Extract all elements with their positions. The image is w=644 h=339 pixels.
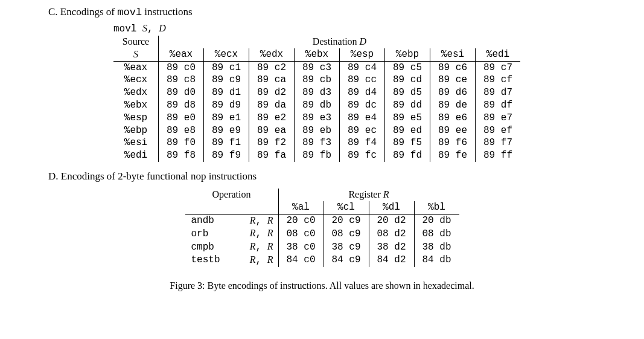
encoding-cell: 38 c9 bbox=[324, 241, 369, 254]
operation-blank bbox=[185, 201, 279, 214]
encoding-cell: 89 f5 bbox=[385, 137, 430, 149]
dest-reg-header: %ebp bbox=[385, 48, 430, 61]
encoding-cell: 89 c0 bbox=[159, 61, 204, 74]
register-label-r: R bbox=[383, 189, 389, 199]
source-reg-cell: %edi bbox=[113, 149, 159, 162]
source-reg-cell: %esp bbox=[113, 112, 159, 124]
encoding-cell: 89 e8 bbox=[159, 124, 204, 137]
dest-reg-header: %ecx bbox=[204, 48, 249, 61]
encoding-cell: 89 e3 bbox=[295, 112, 340, 124]
encoding-cell: 89 cb bbox=[295, 74, 340, 86]
section-c-heading-mono: movl bbox=[117, 7, 142, 18]
encoding-cell: 89 e5 bbox=[385, 112, 430, 124]
dest-reg-header: %eax bbox=[159, 48, 204, 61]
encoding-cell: 89 f0 bbox=[159, 137, 204, 149]
encoding-cell: 89 e7 bbox=[476, 112, 521, 124]
encoding-cell: 89 ea bbox=[249, 124, 295, 137]
encoding-cell: 89 fd bbox=[385, 149, 430, 162]
reg-col-header: %bl bbox=[414, 201, 459, 214]
encoding-cell: 89 eb bbox=[295, 124, 340, 137]
encoding-cell: 89 e2 bbox=[249, 112, 295, 124]
reg-col-header: %dl bbox=[369, 201, 414, 214]
operation-name-cell: orb bbox=[185, 227, 232, 241]
encoding-cell: 89 fa bbox=[249, 149, 295, 162]
operation-args-cell: R, R bbox=[232, 241, 279, 254]
source-reg-cell: %eax bbox=[113, 61, 159, 74]
encoding-cell: 89 cc bbox=[340, 74, 385, 86]
encoding-cell: 84 c0 bbox=[278, 254, 324, 267]
dest-reg-header: %edx bbox=[249, 48, 295, 61]
encoding-cell: 89 cd bbox=[385, 74, 430, 86]
destination-header: Destination D bbox=[159, 36, 521, 48]
movl-keyword: movl bbox=[113, 24, 142, 34]
operation-name-cell: cmpb bbox=[185, 241, 232, 254]
movl-arg-s: S bbox=[142, 23, 147, 33]
encoding-cell: 89 f3 bbox=[295, 137, 340, 149]
encoding-cell: 89 d6 bbox=[430, 86, 476, 99]
source-reg-cell: %ebp bbox=[113, 124, 159, 137]
encoding-cell: 89 d3 bbox=[295, 86, 340, 99]
encoding-cell: 89 ca bbox=[249, 74, 295, 86]
encoding-cell: 89 df bbox=[476, 99, 521, 112]
encoding-cell: 89 e1 bbox=[204, 112, 249, 124]
table-row: %ebx89 d889 d989 da89 db89 dc89 dd89 de8… bbox=[113, 99, 520, 112]
destination-label-d: D bbox=[360, 36, 367, 47]
encoding-cell: 89 f8 bbox=[159, 149, 204, 162]
encoding-cell: 89 de bbox=[430, 99, 476, 112]
encoding-cell: 20 db bbox=[414, 214, 459, 227]
encoding-cell: 08 c9 bbox=[324, 227, 369, 241]
movl-arg-d: D bbox=[159, 23, 166, 33]
table-row: %esi89 f089 f189 f289 f389 f489 f589 f68… bbox=[113, 137, 520, 149]
encoding-cell: 20 c9 bbox=[324, 214, 369, 227]
encoding-cell: 08 c0 bbox=[278, 227, 324, 241]
encoding-cell: 89 d0 bbox=[159, 86, 204, 99]
encoding-cell: 89 ec bbox=[340, 124, 385, 137]
encoding-cell: 89 e6 bbox=[430, 112, 476, 124]
encoding-cell: 89 d1 bbox=[204, 86, 249, 99]
section-c-heading-prefix: C. Encodings of bbox=[48, 6, 117, 18]
encoding-cell: 89 d5 bbox=[385, 86, 430, 99]
encoding-cell: 20 c0 bbox=[278, 214, 324, 227]
encoding-cell: 89 c7 bbox=[476, 61, 521, 74]
table-row: andbR, R20 c020 c920 d220 db bbox=[185, 214, 459, 227]
section-c-heading: C. Encodings of movl instructions bbox=[12, 6, 632, 18]
register-label-prefix: Register bbox=[348, 189, 383, 199]
encoding-cell: 89 fc bbox=[340, 149, 385, 162]
reg-col-header: %al bbox=[278, 201, 324, 214]
encoding-cell: 20 d2 bbox=[369, 214, 414, 227]
figure-caption: Figure 3: Byte encodings of instructions… bbox=[12, 280, 632, 291]
encoding-cell: 89 c1 bbox=[204, 61, 249, 74]
encoding-cell: 89 dd bbox=[385, 99, 430, 112]
table-row: %eax89 c089 c189 c289 c389 c489 c589 c68… bbox=[113, 61, 520, 74]
encoding-cell: 89 fe bbox=[430, 149, 476, 162]
encoding-cell: 89 db bbox=[295, 99, 340, 112]
encoding-cell: 89 ed bbox=[385, 124, 430, 137]
encoding-cell: 89 c2 bbox=[249, 61, 295, 74]
encoding-cell: 89 d4 bbox=[340, 86, 385, 99]
encoding-cell: 84 c9 bbox=[324, 254, 369, 267]
table-row: testbR, R84 c084 c984 d284 db bbox=[185, 254, 459, 267]
table-row: %ebp89 e889 e989 ea89 eb89 ec89 ed89 ee8… bbox=[113, 124, 520, 137]
section-d-heading: D. Encodings of 2-byte functional nop in… bbox=[12, 170, 632, 182]
table-row: orbR, R08 c008 c908 d208 db bbox=[185, 227, 459, 241]
source-s-label: S bbox=[113, 48, 159, 61]
movl-encoding-table: Source Destination D S %eax %ecx %edx %e… bbox=[113, 36, 520, 162]
encoding-cell: 89 c6 bbox=[430, 61, 476, 74]
encoding-cell: 89 ef bbox=[476, 124, 521, 137]
encoding-cell: 89 c3 bbox=[295, 61, 340, 74]
source-reg-cell: %esi bbox=[113, 137, 159, 149]
movl-syntax-line: movl S, D bbox=[12, 23, 632, 34]
encoding-cell: 89 e4 bbox=[340, 112, 385, 124]
encoding-cell: 89 c8 bbox=[159, 74, 204, 86]
encoding-cell: 89 cf bbox=[476, 74, 521, 86]
encoding-cell: 89 e9 bbox=[204, 124, 249, 137]
encoding-cell: 38 d2 bbox=[369, 241, 414, 254]
encoding-cell: 89 f2 bbox=[249, 137, 295, 149]
movl-comma: , bbox=[147, 24, 159, 34]
operation-name-cell: testb bbox=[185, 254, 232, 267]
encoding-cell: 89 d8 bbox=[159, 99, 204, 112]
source-reg-cell: %edx bbox=[113, 86, 159, 99]
operation-args-cell: R, R bbox=[232, 227, 279, 241]
encoding-cell: 89 d2 bbox=[249, 86, 295, 99]
encoding-cell: 89 c9 bbox=[204, 74, 249, 86]
